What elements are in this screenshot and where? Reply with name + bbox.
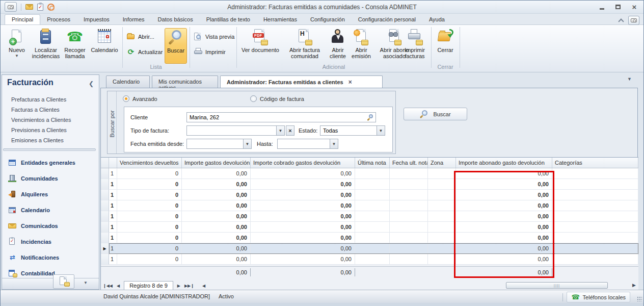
tipo-factura-combo[interactable]: ▼ — [186, 125, 285, 136]
row-number-cell: 1 — [109, 190, 117, 200]
radio-codigo-factura[interactable]: Código de factura — [250, 95, 304, 102]
sidebar-link-emisiones-a-clientes[interactable]: Emisiones a Clientes — [2, 135, 99, 145]
table-row[interactable]: 100,000,000,00 — [101, 190, 638, 200]
sidebar-link-previsiones-a-clientes[interactable]: Previsiones a Clientes — [2, 125, 99, 135]
search-side-tab[interactable]: Buscar por — [108, 91, 117, 154]
ribbon-tab-configuracion[interactable]: Configuración — [304, 15, 352, 24]
mail-icon[interactable] — [25, 4, 33, 10]
vista-previa-button[interactable]: Vista previa — [194, 31, 234, 42]
chevron-down-icon[interactable]: ▼ — [377, 126, 385, 135]
document-tab-mis-comunicados-activos[interactable]: Mis comunicados activos — [152, 75, 218, 88]
last-record-button[interactable]: ▶▶❙ — [182, 284, 196, 288]
calendario-button[interactable]: Calendario — [89, 28, 120, 62]
hscroll-right-arrow[interactable]: ▶ — [632, 283, 636, 288]
resize-grip[interactable] — [637, 296, 642, 301]
document-tab-bar: CalendarioMis comunicados activosAdminis… — [100, 75, 639, 88]
ver-documento-button[interactable]: PDF Ver documento — [238, 28, 282, 62]
column-header-importe-gastos-devolucion[interactable]: Importe gastos devolución — [182, 158, 251, 168]
column-header-categorias[interactable]: Categorías — [552, 158, 638, 168]
sidebar-item-notificaciones[interactable]: ⇄Notificaciones — [2, 249, 99, 265]
collapse-sidebar-icon[interactable]: ❮ — [89, 80, 94, 87]
buscar-button[interactable]: Buscar — [165, 28, 187, 64]
sidebar-link-facturas-a-clientes[interactable]: Facturas a Clientes — [2, 105, 99, 115]
sidebar-link-vencimientos-a-clientes[interactable]: Vencimientos a Clientes — [2, 115, 99, 125]
table-row[interactable]: 100,000,000,00 — [101, 179, 638, 190]
grid-cell — [390, 179, 428, 190]
table-row[interactable]: 100,000,000,00 — [101, 168, 638, 179]
sidebar-splitter[interactable] — [3, 148, 96, 151]
search-icon[interactable] — [367, 114, 374, 121]
chevron-down-icon[interactable]: ▼ — [243, 139, 251, 148]
help-logo-button[interactable] — [628, 16, 639, 25]
chevron-down-icon[interactable]: ▼ — [276, 126, 284, 135]
ribbon-tab-herramientas[interactable]: Herramientas — [257, 15, 304, 24]
column-header-importe-abonado-gasto-devolucion[interactable]: Importe abonado gasto devolución — [456, 158, 552, 168]
next-record-button[interactable]: ▶ — [175, 284, 182, 288]
restore-button[interactable] — [613, 2, 623, 11]
table-row[interactable]: 100,000,000,00 — [101, 254, 638, 265]
prev-record-button[interactable]: ◀ — [115, 284, 122, 288]
table-row[interactable]: ▶100,000,000,00 — [101, 243, 638, 254]
abrir-cliente-button[interactable]: Abrir cliente — [327, 28, 348, 62]
sidebar-link-prefacturas-a-clientes[interactable]: Prefacturas a Clientes — [2, 94, 99, 105]
cliente-input[interactable]: Marina, 262 — [186, 112, 376, 122]
sidebar-item-comunidades[interactable]: Comunidades — [2, 170, 99, 186]
abrir-emision-button[interactable]: Abrir emisión — [350, 28, 373, 62]
column-header-zona[interactable]: Zona — [428, 158, 456, 168]
column-header-importe-cobrado-gastos-devolucion[interactable]: Importe cobrado gastos devolución — [251, 158, 355, 168]
grid-header-row: Vencimientos devueltosImporte gastos dev… — [101, 158, 638, 168]
radio-avanzado[interactable]: Avanzado — [123, 95, 250, 102]
app-menu-button[interactable] — [5, 2, 17, 12]
ribbon-tab-configuracion-personal[interactable]: Configuración personal — [352, 15, 422, 24]
ribbon-tab-datos-basicos[interactable]: Datos básicos — [151, 15, 200, 24]
local-phones-button[interactable]: ☎ Teléfonos locales — [567, 292, 630, 302]
sidebar-overflow-button[interactable] — [53, 274, 74, 289]
abrir-factura-comunidad-button[interactable]: H Abrir factura comunidad — [283, 28, 326, 62]
hscroll-thumb[interactable] — [506, 282, 608, 289]
nuevo-button[interactable]: + Nuevo ▼ — [4, 28, 30, 62]
close-button[interactable]: × — [629, 2, 639, 11]
sidebar-item-calendario[interactable]: Calendario — [2, 202, 99, 218]
sidebar-item-comunicados[interactable]: Comunicados — [2, 218, 99, 234]
sidebar-item-alquileres[interactable]: Alquileres — [2, 186, 99, 202]
ribbon-tab-impuestos[interactable]: Impuestos — [77, 15, 116, 24]
hscroll-left-arrow[interactable]: ◀ — [200, 284, 207, 288]
column-header-ultima-nota[interactable]: Última nota — [355, 158, 390, 168]
cerrar-button[interactable]: Cerrar — [433, 28, 458, 62]
clear-filter-button[interactable]: × — [286, 125, 294, 136]
fecha-desde-combo[interactable]: ▼ — [186, 139, 252, 149]
document-tab-calendario[interactable]: Calendario — [106, 75, 150, 88]
document-tab-administrador-facturas-emitidas-a-clientes[interactable]: Administrador: Facturas emitidas a clien… — [220, 75, 383, 88]
column-header-vencimientos-devueltos[interactable]: Vencimientos devueltos — [117, 158, 182, 168]
close-tab-icon[interactable]: × — [348, 79, 352, 86]
imprimir-facturas-button[interactable]: Imprimir facturas — [400, 28, 429, 62]
chevron-down-icon[interactable]: ▼ — [330, 139, 338, 148]
table-row[interactable]: 100,000,000,00 — [101, 211, 638, 222]
actualizar-button[interactable]: ⟳ Actualizar — [126, 46, 163, 58]
hasta-combo[interactable]: ▼ — [277, 139, 338, 149]
table-row[interactable]: 100,000,000,00 — [101, 233, 638, 243]
buscar-panel-button[interactable]: Buscar — [404, 108, 467, 120]
ribbon-tab-procesos[interactable]: Procesos — [40, 15, 77, 24]
broadcast-icon[interactable] — [47, 4, 55, 11]
recoger-llamada-button[interactable]: ☎ Recoger llamada — [62, 28, 88, 62]
minimize-button[interactable] — [597, 2, 607, 11]
localizar-incidencias-button[interactable]: Localizar incidencias — [31, 28, 61, 62]
tab-list-dropdown-icon[interactable]: ▼ — [627, 76, 632, 82]
ribbon-tab-informes[interactable]: Informes — [116, 15, 151, 24]
ribbon-tab-plantillas-de-texto[interactable]: Plantillas de texto — [200, 15, 257, 24]
table-row[interactable]: 100,000,000,00 — [101, 222, 638, 233]
column-header-fecha-ult-nota[interactable]: Fecha ult. nota — [390, 158, 428, 168]
abrir-button[interactable]: Abrir... — [126, 31, 154, 42]
tasks-icon[interactable] — [37, 4, 43, 11]
ribbon-tab-principal[interactable]: Principal — [5, 14, 40, 24]
table-row[interactable]: 100,000,000,00 — [101, 200, 638, 211]
sidebar-item-entidades-generales[interactable]: Entidades generales — [2, 155, 99, 170]
collapse-ribbon-icon[interactable] — [618, 18, 624, 24]
ribbon-tab-ayuda[interactable]: Ayuda — [422, 15, 451, 24]
chevron-down-icon[interactable]: ▼ — [84, 280, 88, 285]
sidebar-item-incidencias[interactable]: Incidencias — [2, 234, 99, 249]
estado-combo[interactable]: Todas ▼ — [320, 125, 385, 136]
first-record-button[interactable]: ❙◀◀ — [101, 284, 115, 288]
imprimir-button[interactable]: Imprimir — [194, 46, 226, 58]
